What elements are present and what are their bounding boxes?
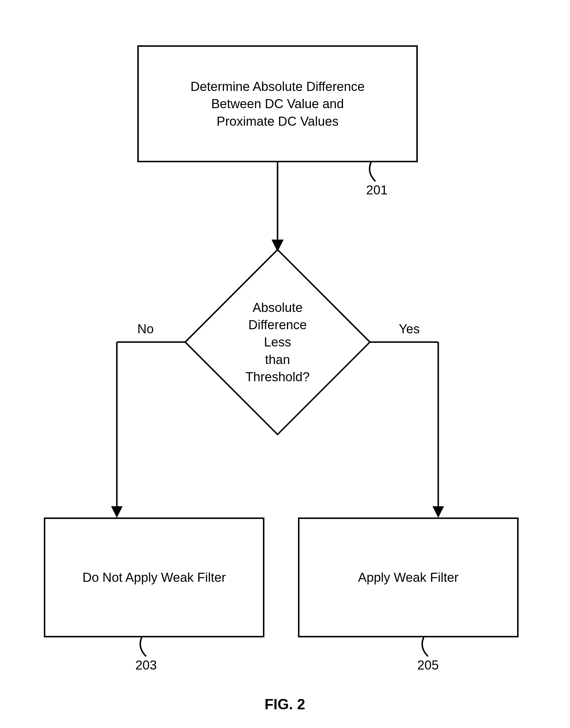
process-box-text: Determine Absolute DifferenceBetween DC … bbox=[191, 78, 365, 130]
svg-marker-7 bbox=[433, 506, 444, 518]
process-box-text: Apply Weak Filter bbox=[358, 569, 459, 586]
figure-caption: FIG. 2 bbox=[256, 696, 314, 713]
process-box-determine-difference: Determine Absolute DifferenceBetween DC … bbox=[137, 45, 418, 162]
reference-number-203: 203 bbox=[133, 658, 159, 673]
svg-marker-4 bbox=[111, 506, 122, 518]
decision-diamond-text: AbsoluteDifferenceLessthanThreshold? bbox=[184, 248, 371, 435]
flowchart-canvas: Determine Absolute DifferenceBetween DC … bbox=[0, 0, 570, 728]
process-box-apply: Apply Weak Filter bbox=[298, 518, 519, 638]
process-box-do-not-apply: Do Not Apply Weak Filter bbox=[44, 518, 264, 638]
reference-number-205: 205 bbox=[415, 658, 441, 673]
reference-number-201: 201 bbox=[364, 183, 390, 197]
branch-label-yes: Yes bbox=[399, 322, 420, 336]
decision-diamond-threshold: AbsoluteDifferenceLessthanThreshold? bbox=[184, 248, 371, 435]
branch-label-no: No bbox=[137, 322, 154, 336]
process-box-text: Do Not Apply Weak Filter bbox=[82, 569, 226, 586]
